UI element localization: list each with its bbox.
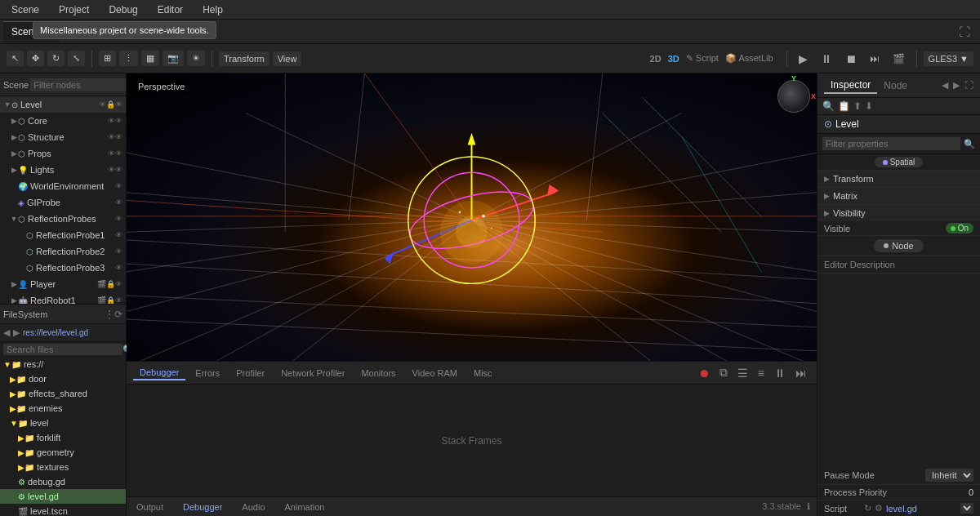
fs-item-level-folder[interactable]: ▼📁 level bbox=[0, 416, 126, 430]
script-dropdown[interactable]: ▼ bbox=[960, 503, 973, 514]
step-btn[interactable]: ⏭ bbox=[865, 51, 884, 67]
tree-action-structure-vis[interactable]: 👁 bbox=[108, 133, 115, 141]
fs-item-level-gd[interactable]: ⚙ level.gd bbox=[0, 489, 126, 504]
menu-project[interactable]: Project bbox=[54, 2, 94, 17]
tree-action-rp1-eye[interactable]: 👁 bbox=[115, 231, 122, 239]
status-tab-animation[interactable]: Animation bbox=[282, 500, 328, 514]
fs-item-geometry[interactable]: ▶📁 geometry bbox=[0, 445, 126, 460]
light-btn[interactable]: ☀ bbox=[187, 51, 205, 66]
tree-item-reflprobes[interactable]: ▼ ⬡ ReflectionProbes 👁 bbox=[0, 211, 126, 227]
menu-debug[interactable]: Debug bbox=[104, 2, 142, 17]
assetlib-btn[interactable]: 📦 AssetLib bbox=[725, 53, 773, 64]
grid-btn[interactable]: ▦ bbox=[141, 51, 159, 66]
tree-action-rr1-film[interactable]: 🎬 bbox=[97, 296, 106, 304]
view-btn[interactable]: View bbox=[273, 51, 302, 66]
script-reload-icon[interactable]: ↻ bbox=[864, 503, 871, 514]
status-tab-debugger[interactable]: Debugger bbox=[180, 500, 225, 514]
transform-section-header[interactable]: ▶ Transform bbox=[817, 171, 980, 187]
tree-action-worldenv-eye[interactable]: 👁 bbox=[115, 182, 122, 190]
tree-action-rr1-eye[interactable]: 👁 bbox=[115, 296, 122, 304]
inspector-icon-2[interactable]: 📋 bbox=[838, 100, 850, 112]
debugger-tree-btn[interactable]: ≡ bbox=[755, 365, 768, 381]
tree-item-giprobe[interactable]: ▶ ◈ GIProbe 👁 bbox=[0, 194, 126, 211]
inspector-icon-1[interactable]: 🔍 bbox=[822, 100, 835, 112]
debugger-copy-btn[interactable]: ⧉ bbox=[716, 364, 731, 381]
tree-action-eye2[interactable]: 👁 bbox=[115, 100, 122, 109]
menu-help[interactable]: Help bbox=[198, 2, 228, 17]
inspector-history-back-icon[interactable]: ◀ bbox=[942, 80, 948, 91]
pause-mode-select[interactable]: Inherit bbox=[925, 469, 973, 482]
status-tab-output[interactable]: Output bbox=[133, 500, 167, 514]
tree-action-structure-eye[interactable]: 👁 bbox=[115, 133, 122, 141]
tree-action-rr1-lock[interactable]: 🔒 bbox=[106, 296, 115, 304]
tree-action-giprobe-eye[interactable]: 👁 bbox=[115, 198, 122, 207]
inspector-filter-input[interactable] bbox=[822, 137, 960, 150]
status-tab-audio[interactable]: Audio bbox=[238, 500, 268, 514]
fs-item-textures[interactable]: ▶📁 textures bbox=[0, 460, 126, 474]
tree-item-props[interactable]: ▶ ⬡ Props 👁 👁 bbox=[0, 145, 126, 162]
debugger-list-btn[interactable]: ☰ bbox=[734, 365, 751, 381]
debugger-tab-debugger[interactable]: Debugger bbox=[133, 366, 185, 380]
nav-sphere-container[interactable]: X Y bbox=[777, 80, 810, 113]
fs-item-door[interactable]: ▶📁 door bbox=[0, 371, 126, 386]
fs-menu-icon[interactable]: ⋮ bbox=[105, 309, 114, 320]
tree-action-vis[interactable]: 👁 bbox=[99, 100, 106, 109]
inspector-history-forward-icon[interactable]: ▶ bbox=[953, 80, 960, 91]
gles-btn[interactable]: GLES3 ▼ bbox=[924, 51, 973, 66]
inspector-icon-3[interactable]: ⬆ bbox=[853, 100, 862, 112]
tree-item-reflprobe1[interactable]: ▶ ⬡ ReflectionProbe1 👁 bbox=[0, 227, 126, 243]
tree-action-lights-eye[interactable]: 👁 bbox=[115, 166, 122, 174]
tree-item-player[interactable]: ▶ 👤 Player 🎬 🔒 👁 bbox=[0, 276, 126, 292]
tree-action-rp3-eye[interactable]: 👁 bbox=[115, 264, 122, 272]
tree-action-player-lock[interactable]: 🔒 bbox=[106, 280, 115, 288]
debugger-tab-network[interactable]: Network Profiler bbox=[274, 367, 351, 380]
fs-item-res[interactable]: ▼📁 res:// bbox=[0, 357, 126, 371]
script-btn[interactable]: ✎ Script bbox=[686, 53, 719, 64]
scale-tool-btn[interactable]: ⤡ bbox=[68, 51, 85, 66]
debugger-tab-monitors[interactable]: Monitors bbox=[354, 367, 402, 380]
fs-back-icon[interactable]: ◀ bbox=[3, 327, 10, 338]
menu-editor[interactable]: Editor bbox=[153, 2, 188, 17]
fs-item-enemies[interactable]: ▶📁 enemies bbox=[0, 401, 126, 416]
tree-action-lock[interactable]: 🔒 bbox=[106, 100, 115, 109]
maximize-icon[interactable]: ⛶ bbox=[959, 25, 970, 38]
debugger-tab-profiler[interactable]: Profiler bbox=[229, 367, 271, 380]
tree-item-reflprobe3[interactable]: ▶ ⬡ ReflectionProbe3 👁 bbox=[0, 260, 126, 276]
tree-item-lights[interactable]: ▶ 💡 Lights 👁 👁 bbox=[0, 162, 126, 178]
debugger-record-btn[interactable]: ⏺ bbox=[695, 365, 713, 381]
transform-btn[interactable]: Transform bbox=[219, 51, 270, 66]
tree-action-core-vis[interactable]: 👁 bbox=[108, 117, 115, 125]
fs-item-level-tscn[interactable]: 🎬 level.tscn bbox=[0, 504, 126, 516]
inspector-tab-node[interactable]: Node bbox=[877, 78, 914, 93]
camera-btn[interactable]: 📷 bbox=[163, 51, 184, 66]
fs-search-input[interactable] bbox=[3, 344, 122, 355]
icon-2d[interactable]: 2D bbox=[650, 54, 662, 64]
snap-btn[interactable]: ⋮ bbox=[119, 51, 138, 66]
tree-action-props-vis[interactable]: 👁 bbox=[108, 149, 115, 158]
version-info-icon[interactable]: ℹ bbox=[807, 501, 810, 511]
tree-action-core-eye[interactable]: 👁 bbox=[115, 117, 122, 125]
tree-item-core[interactable]: ▶ ⬡ Core 👁 👁 bbox=[0, 113, 126, 129]
rotate-tool-btn[interactable]: ↻ bbox=[47, 51, 65, 66]
inspector-maximize-icon[interactable]: ⛶ bbox=[964, 80, 973, 91]
fs-item-forklift[interactable]: ▶📁 forklift bbox=[0, 430, 126, 445]
select-tool-btn[interactable]: ↖ bbox=[7, 51, 24, 66]
debugger-pause-btn[interactable]: ⏸ bbox=[771, 365, 789, 381]
debugger-tab-misc[interactable]: Misc bbox=[467, 367, 499, 380]
tree-action-reflprobes-eye[interactable]: 👁 bbox=[115, 215, 122, 223]
tree-item-worldenv[interactable]: ▶ 🌍 WorldEnvironment 👁 bbox=[0, 178, 126, 194]
tree-action-rp2-eye[interactable]: 👁 bbox=[115, 247, 122, 256]
movie-btn[interactable]: 🎬 bbox=[888, 51, 910, 67]
fs-sync-icon[interactable]: ⟳ bbox=[114, 309, 122, 320]
icon-3d[interactable]: 3D bbox=[668, 54, 679, 64]
fs-forward-icon[interactable]: ▶ bbox=[13, 327, 20, 338]
tree-action-props-eye[interactable]: 👁 bbox=[115, 149, 122, 158]
tree-action-player-eye[interactable]: 👁 bbox=[115, 280, 122, 288]
tree-action-player-film[interactable]: 🎬 bbox=[97, 280, 106, 288]
menu-scene[interactable]: Scene bbox=[7, 2, 44, 17]
inspector-icon-4[interactable]: ⬇ bbox=[865, 100, 873, 112]
viewport[interactable]: Perspective X Y bbox=[127, 73, 817, 361]
local-space-btn[interactable]: ⊞ bbox=[99, 51, 116, 66]
debugger-tab-errors[interactable]: Errors bbox=[189, 367, 226, 380]
tree-item-level[interactable]: ▼ ⊙ Level 👁 🔒 👁 bbox=[0, 96, 126, 113]
